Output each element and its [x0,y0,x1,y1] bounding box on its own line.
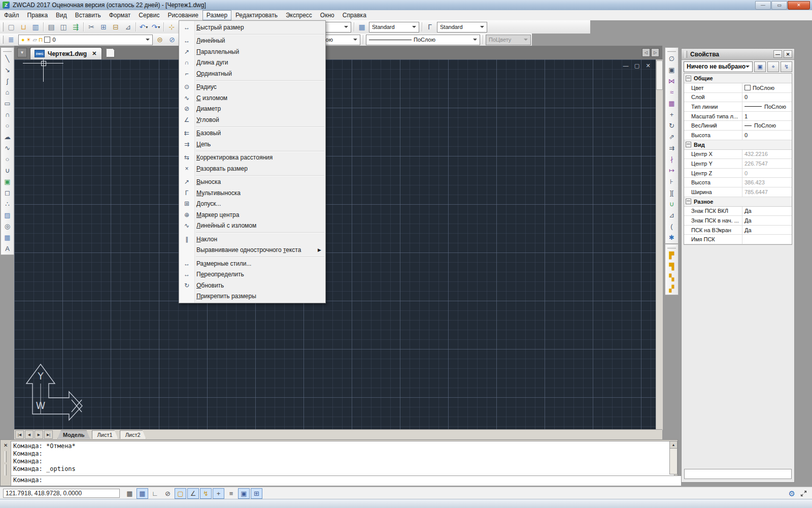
etrack-toggle[interactable]: ↯ [200,488,212,499]
send-under-icon[interactable]: ▞ [666,283,678,294]
toolbar-grip[interactable] [667,49,676,52]
menu-item-tolerance[interactable]: ⊞Допуск... [179,199,325,210]
menu-item-dimension-styles[interactable]: ↔Размерные стили... [179,258,325,269]
property-row[interactable]: Тип линииПоСлою [684,102,792,112]
scroll-up-icon[interactable]: ▲ [670,441,677,449]
redo-icon[interactable]: ↷▾ [150,21,162,33]
property-row[interactable]: Центр X432.2216 [684,150,792,160]
polar-toggle[interactable]: ⊘ [162,488,174,499]
settings-gear-icon[interactable]: ⚙ [789,490,795,497]
layer-states-icon[interactable]: ⊜ [154,34,166,46]
send-to-back-icon[interactable]: ▜ [666,261,678,272]
menu-item-arc-length[interactable]: ∩Длина дуги [179,57,325,69]
menu-item-reassociate[interactable]: Прикрепить размеры [179,291,325,302]
pan-icon[interactable]: ⊹ [165,21,178,33]
doc-close-icon[interactable]: ✕ [645,62,652,69]
dyn-toggle[interactable]: + [213,488,224,499]
mirror-icon[interactable]: ⋈ [666,76,678,86]
polygon-icon[interactable]: ⌂ [2,87,13,98]
menu-item-leader[interactable]: ↗Выноска [179,177,325,188]
first-sheet-button[interactable]: |◀ [15,430,24,439]
table-style-icon[interactable]: ▦ [356,21,368,33]
hatch-icon[interactable]: ▨ [2,210,13,220]
menu-Сервис[interactable]: Сервис [134,10,163,20]
vertical-scrollbar[interactable] [656,59,663,430]
menu-item-baseline[interactable]: ⇇Базовый [179,128,325,139]
vp-toggle[interactable]: ⊞ [251,488,262,499]
menu-item-update[interactable]: ↻Обновить [179,280,325,291]
ellipse-arc-icon[interactable]: ∪ [2,165,13,176]
tab-scroll-right-icon[interactable]: ▷ [651,48,659,57]
menu-Справка[interactable]: Справка [339,10,370,20]
offset-icon[interactable]: ≈ [666,87,678,98]
table-style-combo[interactable]: Standard [369,22,419,33]
menu-Рисование[interactable]: Рисование [163,10,202,20]
menu-item-jogged-linear[interactable]: ∿Линейный с изломом [179,220,325,232]
layer-manager-icon[interactable]: ≣ [5,34,17,46]
menu-item-aligned[interactable]: ↗Параллельный [179,46,325,57]
toolbar-grip[interactable] [3,49,12,52]
extend-icon[interactable]: ↦ [666,165,678,176]
copy-object-icon[interactable]: ▣ [666,65,678,75]
menu-item-override[interactable]: ↔Переопределить [179,269,325,280]
quick-select-icon[interactable]: ▣ [754,61,766,72]
tab-list-dropdown-icon[interactable]: ▼ [17,48,27,57]
command-input[interactable]: Команда: [11,475,682,486]
join-icon[interactable]: ∪ [666,199,678,209]
revision-cloud-icon[interactable]: ☁ [2,132,13,142]
scale-icon[interactable]: ⇗ [666,132,678,142]
publish-icon[interactable]: ⇶ [70,21,82,33]
property-row[interactable]: Масштаб типа л...1 [684,112,792,121]
new-tab-icon[interactable] [106,48,115,57]
otrack-toggle[interactable]: ∠ [187,488,199,499]
line-icon[interactable]: ╲ [2,53,13,64]
property-row[interactable]: ПСК на ВЭкранДа [684,226,792,235]
property-row[interactable]: Знак ПСК в нач. ...Да [684,216,792,226]
stretch-icon[interactable]: ⇉ [666,143,678,153]
esnap-toggle[interactable]: ▢ [175,488,186,499]
grid-toggle[interactable]: ▦ [137,488,148,499]
property-section-header[interactable]: Вид [684,140,792,150]
selection-combo[interactable]: Ничего не выбрано [684,61,753,72]
collapse-icon[interactable] [686,76,691,81]
collapse-icon[interactable] [686,199,691,204]
print-preview-icon[interactable]: ◫ [57,21,70,33]
arc-icon[interactable]: ∩ [2,109,13,120]
property-row[interactable]: Высота386.423 [684,178,792,187]
new-file-icon[interactable]: ▢ [5,21,17,33]
menu-item-adjust-space[interactable]: ⇆Корректировка расстояния [179,152,325,164]
command-window-grip[interactable] [5,464,7,475]
menu-item-align-text[interactable]: Выравнивание однострочного текста▶ [179,245,325,256]
dropdown-arrow-icon[interactable]: ▾ [158,25,160,29]
menu-item-angular[interactable]: ∠Угловой [179,114,325,125]
menu-item-break-dimension[interactable]: ×Разорвать размер [179,163,325,174]
menu-Формат[interactable]: Формат [105,10,135,20]
toolbar-grip[interactable] [1,36,4,44]
sheet-tab-Модель[interactable]: Модель [57,430,90,439]
fillet-icon[interactable]: ( [666,221,678,232]
mleader-style-icon[interactable]: Γ [424,21,436,33]
doc-minimize-icon[interactable]: — [622,62,629,69]
menu-item-center-mark[interactable]: ⊕Маркер центра [179,209,325,220]
menu-Вставить[interactable]: Вставить [71,10,105,20]
collapse-icon[interactable] [686,142,691,147]
document-tab[interactable]: DWG Чертеж1.dwg ✕ [30,47,102,59]
xline-icon[interactable]: ↘ [2,65,13,75]
toolbar-grip[interactable] [667,245,676,248]
menu-Экспресс[interactable]: Экспресс [282,10,316,20]
command-scrollbar[interactable]: ▲ [669,441,678,474]
copy-icon[interactable]: ⊞ [97,21,110,33]
undo-icon[interactable]: ↶▾ [138,21,150,33]
next-sheet-button[interactable]: ▶ [35,430,43,439]
property-section-header[interactable]: Разное [684,197,792,207]
explode-icon[interactable]: ✱ [666,232,678,243]
property-row[interactable]: Центр Z0 [684,169,792,178]
prev-sheet-button[interactable]: ◀ [25,430,33,439]
tab-scroll-left-icon[interactable]: ◁ [642,48,650,57]
last-sheet-button[interactable]: ▶| [44,430,53,439]
break-icon[interactable]: ][ [666,187,678,198]
table-icon[interactable]: ▦ [2,232,13,243]
menu-item-linear[interactable]: ↔Линейный [179,36,325,47]
property-row[interactable]: Знак ПСК ВКЛДа [684,207,792,216]
properties-panel-titlebar[interactable]: Свойства —✕ [682,49,794,60]
